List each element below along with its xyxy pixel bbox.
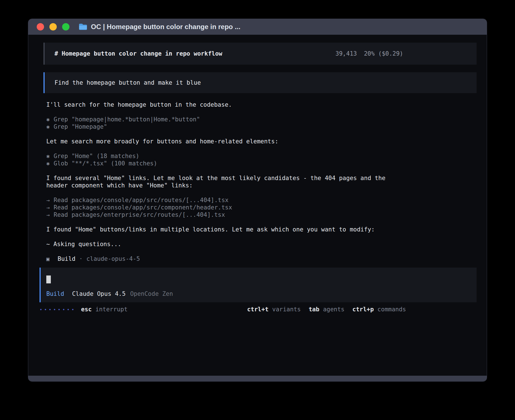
provider-label: OpenCode Zen [130, 290, 173, 298]
window-footer [28, 376, 487, 381]
context-cost: 20% ($0.29) [364, 50, 403, 57]
esc-action-label: interrupt [95, 306, 128, 313]
session-header: # Homepage button color change in repo w… [43, 43, 477, 65]
tool-call-text: Read packages/console/app/src/routes/[..… [54, 197, 229, 204]
shortcut-commands: ctrl+pcommands [352, 306, 406, 313]
tool-call-line: ✱Glob "**/*.tsx" (100 matches) [46, 160, 477, 167]
prompt-input[interactable]: Build Claude Opus 4.5 OpenCode Zen [40, 268, 477, 302]
titlebar: OC | Homepage button color change in rep… [28, 19, 487, 35]
key-action-label: variants [272, 306, 301, 313]
tool-call-group: ✱Grep "homepage|home.*button|Home.*butto… [46, 116, 477, 130]
status-bar: •••••••• esc interrupt ctrl+tvariants ta… [40, 306, 477, 314]
read-arrow-icon: → [46, 196, 54, 204]
tool-call-text: Read packages/enterprise/src/routes/[...… [54, 211, 225, 218]
tool-call-line: →Read packages/console/app/src/routes/[.… [46, 196, 477, 204]
close-button[interactable] [37, 23, 44, 30]
assistant-message: I found "Home" buttons/links in multiple… [46, 226, 399, 233]
tool-call-text: Glob "**/*.tsx" (100 matches) [54, 160, 157, 167]
shortcut-agents: tabagents [309, 306, 344, 313]
tool-call-group: ✱Grep "Home" (18 matches) ✱Glob "**/*.ts… [46, 152, 477, 167]
grep-tool-icon: ✱ [46, 123, 54, 130]
assistant-message: I found several "Home" links. Let me loo… [46, 174, 399, 189]
model-label: Claude Opus 4.5 [72, 290, 126, 298]
tool-call-line: ✱Grep "homepage|home.*button|Home.*butto… [46, 116, 477, 123]
minimize-button[interactable] [49, 23, 57, 30]
session-stats: 39,413 20% ($0.29) [335, 50, 403, 57]
key-action-label: agents [323, 306, 344, 313]
tool-call-text: Grep "homepage|home.*button|Home.*button… [54, 116, 200, 123]
tool-call-line: →Read packages/enterprise/src/routes/[..… [46, 211, 477, 218]
folder-icon [78, 23, 88, 30]
terminal-window: OC | Homepage button color change in rep… [28, 19, 487, 382]
key-action-label: commands [377, 306, 406, 313]
assistant-message: I'll search for the homepage button in t… [46, 101, 399, 108]
grep-tool-icon: ✱ [46, 116, 54, 123]
terminal-content: # Homepage button color change in repo w… [28, 35, 487, 314]
user-message-text: Find the homepage button and make it blu… [54, 79, 201, 86]
agent-name: Build [58, 255, 75, 262]
agent-model: claude-opus-4-5 [86, 255, 140, 262]
mode-label: Build [46, 290, 64, 298]
key-hint: ctrl+p [352, 306, 374, 313]
glob-tool-icon: ✱ [46, 160, 54, 167]
tool-call-group: →Read packages/console/app/src/routes/[.… [46, 196, 477, 218]
tool-call-line: →Read packages/console/app/src/component… [46, 204, 477, 211]
tool-call-text: Read packages/console/app/src/component/… [54, 204, 232, 211]
tool-call-line: ✱Grep "Home" (18 matches) [46, 152, 477, 160]
read-arrow-icon: → [46, 204, 54, 211]
agent-status: ▣ Build · claude-opus-4-5 [46, 255, 477, 262]
tool-call-text: Grep "Homepage" [54, 123, 107, 130]
esc-key-hint: esc [81, 306, 92, 313]
agent-icon: ▣ [46, 255, 58, 262]
transcript: I'll search for the homepage button in t… [43, 101, 477, 262]
text-cursor [46, 275, 51, 283]
traffic-lights [37, 23, 69, 30]
separator-dot: · [79, 255, 83, 262]
read-arrow-icon: → [46, 211, 54, 218]
assistant-message: Let me search more broadly for buttons a… [46, 138, 399, 145]
grep-tool-icon: ✱ [46, 152, 54, 160]
shortcut-hints: ctrl+tvariants tabagents ctrl+pcommands [247, 306, 406, 313]
key-hint: tab [309, 306, 319, 313]
spinner-dots: •••••••• [40, 306, 76, 314]
zoom-button[interactable] [62, 23, 69, 30]
asking-questions-status: ~ Asking questions... [46, 240, 399, 248]
tool-call-line: ✱Grep "Homepage" [46, 123, 477, 130]
session-title: # Homepage button color change in repo w… [54, 50, 222, 57]
key-hint: ctrl+t [247, 306, 269, 313]
tool-call-text: Grep "Home" (18 matches) [54, 153, 139, 159]
input-mode-line: Build Claude Opus 4.5 OpenCode Zen [46, 290, 471, 298]
shortcut-variants: ctrl+tvariants [247, 306, 301, 313]
window-title: OC | Homepage button color change in rep… [91, 23, 240, 31]
token-count: 39,413 [335, 50, 357, 57]
user-message: Find the homepage button and make it blu… [43, 72, 477, 93]
